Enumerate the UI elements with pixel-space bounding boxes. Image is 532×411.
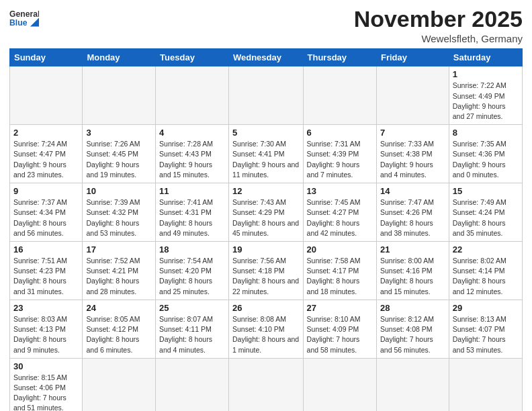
table-cell [228, 66, 303, 125]
day-number: 21 [380, 244, 445, 255]
col-tuesday: Tuesday [156, 49, 229, 66]
day-number: 12 [232, 186, 300, 196]
table-cell [10, 66, 83, 125]
day-info: Sunrise: 8:03 AM Sunset: 4:13 PM Dayligh… [13, 314, 79, 355]
day-number: 30 [13, 361, 79, 371]
day-number: 29 [453, 303, 519, 313]
day-number: 1 [453, 69, 519, 79]
day-number: 4 [159, 128, 225, 138]
table-cell [156, 66, 229, 125]
day-number: 2 [13, 128, 79, 138]
table-cell: 20Sunrise: 7:58 AM Sunset: 4:17 PM Dayli… [303, 242, 376, 300]
col-thursday: Thursday [303, 49, 376, 66]
table-cell [376, 66, 449, 125]
day-number: 24 [86, 303, 152, 313]
col-wednesday: Wednesday [228, 49, 303, 66]
table-cell [376, 358, 449, 411]
table-cell: 12Sunrise: 7:43 AM Sunset: 4:29 PM Dayli… [228, 183, 303, 242]
day-info: Sunrise: 7:30 AM Sunset: 4:41 PM Dayligh… [232, 139, 300, 180]
day-info: Sunrise: 8:13 AM Sunset: 4:07 PM Dayligh… [453, 314, 519, 355]
day-number: 18 [159, 244, 225, 255]
table-cell: 15Sunrise: 7:49 AM Sunset: 4:24 PM Dayli… [449, 183, 522, 242]
generalblue-logo-icon: General Blue [9, 7, 39, 32]
logo: General Blue [9, 7, 40, 32]
day-info: Sunrise: 7:33 AM Sunset: 4:38 PM Dayligh… [380, 139, 445, 180]
day-info: Sunrise: 8:10 AM Sunset: 4:09 PM Dayligh… [307, 314, 373, 355]
day-info: Sunrise: 7:31 AM Sunset: 4:39 PM Dayligh… [307, 139, 373, 180]
day-number: 19 [232, 244, 300, 255]
table-cell: 10Sunrise: 7:39 AM Sunset: 4:32 PM Dayli… [83, 183, 156, 242]
table-cell: 24Sunrise: 8:05 AM Sunset: 4:12 PM Dayli… [83, 300, 156, 358]
svg-text:Blue: Blue [9, 18, 28, 28]
table-cell: 16Sunrise: 7:51 AM Sunset: 4:23 PM Dayli… [10, 242, 83, 300]
day-info: Sunrise: 8:00 AM Sunset: 4:16 PM Dayligh… [380, 256, 445, 297]
day-number: 14 [380, 186, 445, 196]
day-info: Sunrise: 7:35 AM Sunset: 4:36 PM Dayligh… [453, 139, 519, 180]
table-cell: 26Sunrise: 8:08 AM Sunset: 4:10 PM Dayli… [228, 300, 303, 358]
header: General Blue November 2025 Wewelsfleth, … [9, 7, 523, 44]
table-cell [303, 358, 376, 411]
table-cell [449, 358, 522, 411]
day-number: 15 [453, 186, 519, 196]
table-cell: 5Sunrise: 7:30 AM Sunset: 4:41 PM Daylig… [228, 125, 303, 183]
day-info: Sunrise: 8:15 AM Sunset: 4:06 PM Dayligh… [13, 373, 79, 411]
day-number: 10 [86, 186, 152, 196]
table-cell: 30Sunrise: 8:15 AM Sunset: 4:06 PM Dayli… [10, 358, 83, 411]
table-cell: 1Sunrise: 7:22 AM Sunset: 4:49 PM Daylig… [449, 66, 522, 125]
col-saturday: Saturday [449, 49, 522, 66]
day-info: Sunrise: 7:28 AM Sunset: 4:43 PM Dayligh… [159, 139, 225, 180]
day-info: Sunrise: 7:51 AM Sunset: 4:23 PM Dayligh… [13, 256, 79, 297]
table-cell: 22Sunrise: 8:02 AM Sunset: 4:14 PM Dayli… [449, 242, 522, 300]
day-info: Sunrise: 7:39 AM Sunset: 4:32 PM Dayligh… [86, 197, 152, 238]
svg-text:General: General [9, 9, 39, 19]
week-row-1: 1Sunrise: 7:22 AM Sunset: 4:49 PM Daylig… [10, 66, 523, 125]
day-info: Sunrise: 7:24 AM Sunset: 4:47 PM Dayligh… [13, 139, 79, 180]
title-area: November 2025 Wewelsfleth, Germany [354, 7, 523, 44]
day-number: 27 [307, 303, 373, 313]
day-number: 28 [380, 303, 445, 313]
day-number: 23 [13, 303, 79, 313]
day-info: Sunrise: 7:41 AM Sunset: 4:31 PM Dayligh… [159, 197, 225, 238]
table-cell [156, 358, 229, 411]
header-row: Sunday Monday Tuesday Wednesday Thursday… [10, 49, 523, 66]
day-info: Sunrise: 7:37 AM Sunset: 4:34 PM Dayligh… [13, 197, 79, 238]
calendar-subtitle: Wewelsfleth, Germany [354, 33, 523, 44]
day-info: Sunrise: 8:02 AM Sunset: 4:14 PM Dayligh… [453, 256, 519, 297]
col-friday: Friday [376, 49, 449, 66]
week-row-2: 2Sunrise: 7:24 AM Sunset: 4:47 PM Daylig… [10, 125, 523, 183]
svg-marker-2 [30, 18, 39, 27]
table-cell: 8Sunrise: 7:35 AM Sunset: 4:36 PM Daylig… [449, 125, 522, 183]
day-info: Sunrise: 7:47 AM Sunset: 4:26 PM Dayligh… [380, 197, 445, 238]
table-cell: 29Sunrise: 8:13 AM Sunset: 4:07 PM Dayli… [449, 300, 522, 358]
day-number: 9 [13, 186, 79, 196]
table-cell: 3Sunrise: 7:26 AM Sunset: 4:45 PM Daylig… [83, 125, 156, 183]
day-info: Sunrise: 8:08 AM Sunset: 4:10 PM Dayligh… [232, 314, 300, 355]
day-info: Sunrise: 8:12 AM Sunset: 4:08 PM Dayligh… [380, 314, 445, 355]
table-cell: 23Sunrise: 8:03 AM Sunset: 4:13 PM Dayli… [10, 300, 83, 358]
table-cell: 2Sunrise: 7:24 AM Sunset: 4:47 PM Daylig… [10, 125, 83, 183]
day-info: Sunrise: 7:52 AM Sunset: 4:21 PM Dayligh… [86, 256, 152, 297]
week-row-6: 30Sunrise: 8:15 AM Sunset: 4:06 PM Dayli… [10, 358, 523, 411]
day-info: Sunrise: 7:54 AM Sunset: 4:20 PM Dayligh… [159, 256, 225, 297]
table-cell [228, 358, 303, 411]
week-row-4: 16Sunrise: 7:51 AM Sunset: 4:23 PM Dayli… [10, 242, 523, 300]
table-cell [83, 358, 156, 411]
day-info: Sunrise: 8:07 AM Sunset: 4:11 PM Dayligh… [159, 314, 225, 355]
table-cell: 28Sunrise: 8:12 AM Sunset: 4:08 PM Dayli… [376, 300, 449, 358]
day-number: 11 [159, 186, 225, 196]
table-cell: 13Sunrise: 7:45 AM Sunset: 4:27 PM Dayli… [303, 183, 376, 242]
week-row-5: 23Sunrise: 8:03 AM Sunset: 4:13 PM Dayli… [10, 300, 523, 358]
col-monday: Monday [83, 49, 156, 66]
table-cell: 14Sunrise: 7:47 AM Sunset: 4:26 PM Dayli… [376, 183, 449, 242]
table-cell [83, 66, 156, 125]
day-number: 22 [453, 244, 519, 255]
day-number: 3 [86, 128, 152, 138]
table-cell [303, 66, 376, 125]
day-number: 16 [13, 244, 79, 255]
day-info: Sunrise: 7:49 AM Sunset: 4:24 PM Dayligh… [453, 197, 519, 238]
table-cell: 25Sunrise: 8:07 AM Sunset: 4:11 PM Dayli… [156, 300, 229, 358]
calendar-title: November 2025 [354, 7, 523, 32]
table-cell: 27Sunrise: 8:10 AM Sunset: 4:09 PM Dayli… [303, 300, 376, 358]
table-cell: 7Sunrise: 7:33 AM Sunset: 4:38 PM Daylig… [376, 125, 449, 183]
day-number: 5 [232, 128, 300, 138]
